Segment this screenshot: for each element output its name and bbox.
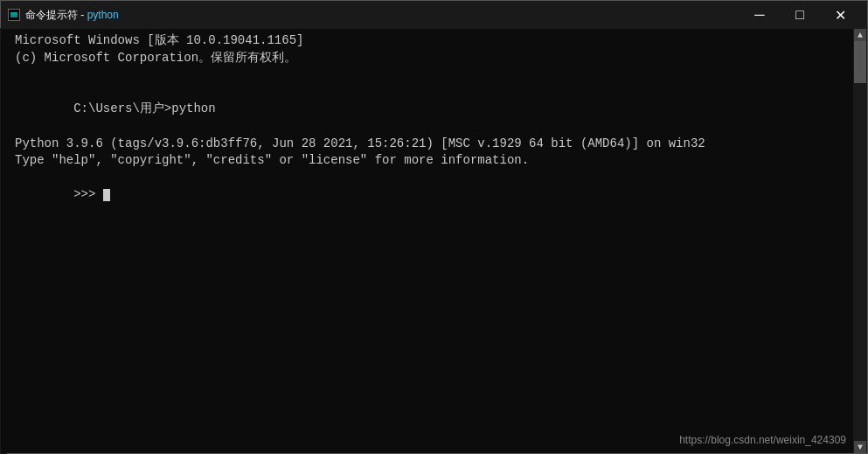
scrollbar-up-arrow[interactable]: ▲ bbox=[854, 29, 866, 41]
title-bar-controls: ─ □ ✕ bbox=[740, 1, 860, 29]
console-line-6: Type "help", "copyright", "credits" or "… bbox=[15, 152, 860, 170]
console-output: Microsoft Windows [版本 10.0.19041.1165] (… bbox=[15, 32, 860, 221]
cursor-block bbox=[103, 189, 110, 201]
title-python: python bbox=[87, 9, 119, 21]
console-line-2: (c) Microsoft Corporation。保留所有权利。 bbox=[15, 50, 860, 67]
console-line-5: Python 3.9.6 (tags/v3.9.6:db3ff76, Jun 2… bbox=[15, 136, 860, 153]
console-line-1: Microsoft Windows [版本 10.0.19041.1165] bbox=[15, 32, 860, 50]
vertical-scrollbar[interactable]: ▲ ▼ bbox=[853, 29, 867, 453]
minimize-button[interactable]: ─ bbox=[740, 1, 780, 29]
watermark-url: https://blog.csdn.net/weixin_424309 bbox=[679, 434, 846, 446]
console-line-3 bbox=[15, 66, 860, 84]
title-prefix: 命令提示符 - bbox=[25, 9, 87, 21]
console-body[interactable]: Microsoft Windows [版本 10.0.19041.1165] (… bbox=[1, 29, 867, 453]
cmd-window: 命令提示符 - python ─ □ ✕ Microsoft Windows [… bbox=[0, 0, 868, 454]
scrollbar-down-arrow[interactable]: ▼ bbox=[854, 441, 866, 453]
cmd-icon bbox=[8, 9, 20, 21]
maximize-button[interactable]: □ bbox=[780, 1, 820, 29]
title-bar: 命令提示符 - python ─ □ ✕ bbox=[1, 1, 867, 29]
close-button[interactable]: ✕ bbox=[820, 1, 860, 29]
window-title: 命令提示符 - python bbox=[25, 8, 119, 23]
title-bar-left: 命令提示符 - python bbox=[8, 8, 119, 23]
console-line-4: C:\Users\用户>python bbox=[15, 84, 860, 136]
console-line-7: >>> bbox=[15, 170, 860, 221]
